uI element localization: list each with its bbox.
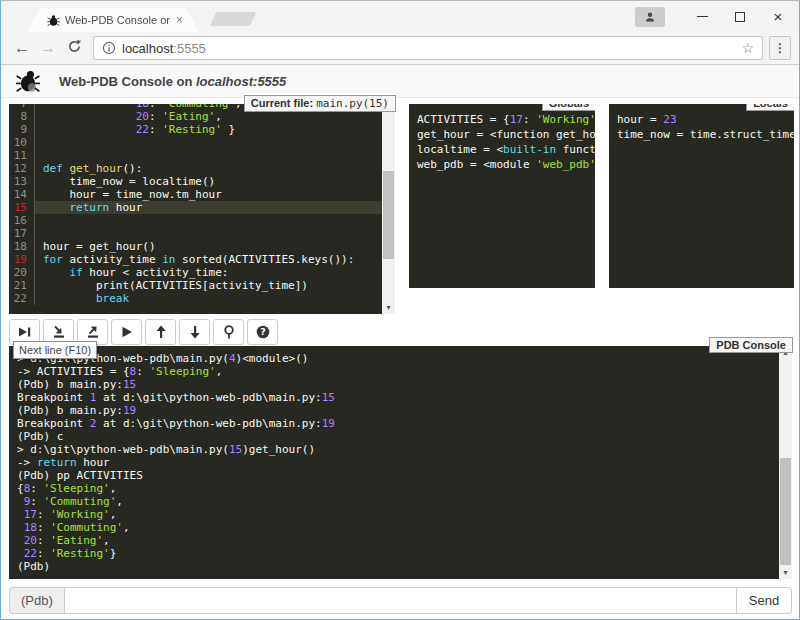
profile-button[interactable] <box>635 7 665 27</box>
code-line: 15 return hour <box>9 201 382 214</box>
code-line: 14 hour = time_now.tm_hour <box>9 188 382 201</box>
window-titlebar: Web-PDB Console on lo <box>1 1 799 32</box>
stack-up-button[interactable] <box>145 319 176 345</box>
globals-badge: Globals <box>542 104 595 111</box>
send-button[interactable]: Send <box>737 587 792 614</box>
console-vertical-scrollbar[interactable] <box>779 346 792 579</box>
info-icon[interactable] <box>102 41 116 55</box>
line-number[interactable]: 9 <box>9 123 35 136</box>
console-line: 9: 'Commuting', <box>17 495 779 508</box>
line-number[interactable]: 17 <box>9 227 35 240</box>
code-line: 9 22: 'Resting' } <box>9 123 382 136</box>
app-header: Web-PDB Console on localhost:5555 <box>1 65 799 98</box>
stack-up-icon <box>153 324 169 340</box>
reload-button[interactable] <box>61 39 87 58</box>
locals-lines: hour = 23time_now = time.struct_time(tm_… <box>617 112 794 142</box>
console-line: > d:\git\python-web-pdb\main.py(15)get_h… <box>17 443 779 456</box>
globals-line: ACTIVITIES = {17: 'Working', 18: 'Commut… <box>417 112 595 127</box>
scrollbar-thumb[interactable] <box>780 458 791 565</box>
line-number[interactable]: 12 <box>9 162 35 175</box>
console-line: -> ACTIVITIES = {8: 'Sleeping', <box>17 365 779 378</box>
console-line: {8: 'Sleeping', <box>17 482 779 495</box>
pdb-prompt-addon: (Pdb) <box>9 587 64 614</box>
svg-text:?: ? <box>260 326 266 337</box>
nav-toolbar: localhost:5555 <box>1 32 799 65</box>
scroll-down-icon[interactable] <box>382 301 395 314</box>
step-into-icon <box>51 324 67 340</box>
locals-panel: Locals hour = 23time_now = time.struct_t… <box>609 104 794 288</box>
page-title: Web-PDB Console on localhost:5555 <box>59 74 286 89</box>
minimize-icon <box>697 16 708 17</box>
person-icon <box>644 11 656 23</box>
tab-title: Web-PDB Console on lo <box>65 14 170 26</box>
app-bug-icon <box>15 68 41 94</box>
code-vertical-scrollbar[interactable] <box>382 104 395 314</box>
line-number[interactable]: 11 <box>9 149 35 162</box>
url-text: localhost:5555 <box>122 41 206 56</box>
forward-button[interactable] <box>35 39 61 57</box>
maximize-button[interactable] <box>725 5 755 29</box>
stack-down-icon <box>187 324 203 340</box>
minimize-button[interactable] <box>687 5 717 29</box>
console-line: (Pdb) b main.py:19 <box>17 404 779 417</box>
code-line: 22 break <box>9 292 382 305</box>
step-out-icon <box>85 324 101 340</box>
line-number[interactable]: 18 <box>9 240 35 253</box>
globals-line: web_pdb = <module 'web_pdb' from 'd:\git… <box>417 157 595 172</box>
code-line: 21 print(ACTIVITIES[activity_time]) <box>9 279 382 292</box>
where-button[interactable] <box>213 319 244 345</box>
tooltip: Next line (F10) <box>13 341 97 359</box>
new-tab-button[interactable] <box>210 12 257 26</box>
bookmark-star-icon[interactable] <box>741 40 754 56</box>
menu-button[interactable] <box>769 36 791 60</box>
line-number[interactable]: 21 <box>9 279 35 292</box>
pdb-console-panel: PDB Console > d:\git\python-web-pdb\main… <box>9 346 792 579</box>
help-icon: ? <box>255 324 271 340</box>
line-number[interactable]: 19 <box>9 253 35 266</box>
locals-badge: Locals <box>746 104 794 111</box>
scroll-down-icon[interactable] <box>779 566 792 579</box>
code-line: 18hour = get_hour() <box>9 240 382 253</box>
back-button[interactable] <box>9 39 35 57</box>
tab-close-icon[interactable] <box>176 14 183 26</box>
console-line: (Pdb) b main.py:15 <box>17 378 779 391</box>
console-line: 18: 'Commuting', <box>17 521 779 534</box>
code-line: 10 <box>9 136 382 149</box>
console-line: 22: 'Resting'} <box>17 547 779 560</box>
pdb-console-badge: PDB Console <box>709 337 793 353</box>
code-line: 13 time_now = localtime() <box>9 175 382 188</box>
line-number[interactable]: 10 <box>9 136 35 149</box>
console-line: (Pdb) c <box>17 430 779 443</box>
code-line: 20 if hour < activity_time: <box>9 266 382 279</box>
continue-button[interactable] <box>111 319 142 345</box>
console-line: 17: 'Working', <box>17 508 779 521</box>
code-line: 12def get_hour(): <box>9 162 382 175</box>
next-line-icon <box>17 324 33 340</box>
code-line: 17 <box>9 227 382 240</box>
line-number[interactable]: 20 <box>9 266 35 279</box>
current-file-badge: Current file: main.py(15) <box>244 95 396 112</box>
scrollbar-thumb[interactable] <box>383 171 394 259</box>
console-line: 20: 'Eating', <box>17 534 779 547</box>
pdb-prompt-row: (Pdb) Send <box>9 587 792 614</box>
line-number[interactable]: 16 <box>9 214 35 227</box>
globals-line: get_hour = <function get_hour at 0x00000… <box>417 127 595 142</box>
help-button[interactable]: ? <box>247 319 278 345</box>
globals-lines: ACTIVITIES = {17: 'Working', 18: 'Commut… <box>417 112 595 172</box>
browser-window: Web-PDB Console on lo <box>0 0 800 620</box>
line-number[interactable]: 8 <box>9 110 35 123</box>
omnibox[interactable]: localhost:5555 <box>93 36 763 60</box>
code-line: 19for activity_time in sorted(ACTIVITIES… <box>9 253 382 266</box>
code-lines: 7 18: 'Commuting',8 20: 'Eating',9 22: '… <box>9 104 382 305</box>
line-number[interactable]: 13 <box>9 175 35 188</box>
browser-tab[interactable]: Web-PDB Console on lo <box>27 8 199 32</box>
pdb-command-input[interactable] <box>64 587 737 614</box>
stack-down-button[interactable] <box>179 319 210 345</box>
code-line: 16 <box>9 214 382 227</box>
close-button[interactable] <box>763 5 793 29</box>
line-number[interactable]: 15 <box>9 201 35 214</box>
close-icon <box>774 10 783 24</box>
locals-line: time_now = time.struct_time(tm_year=2017… <box>617 127 794 142</box>
line-number[interactable]: 14 <box>9 188 35 201</box>
line-number[interactable]: 22 <box>9 292 35 305</box>
